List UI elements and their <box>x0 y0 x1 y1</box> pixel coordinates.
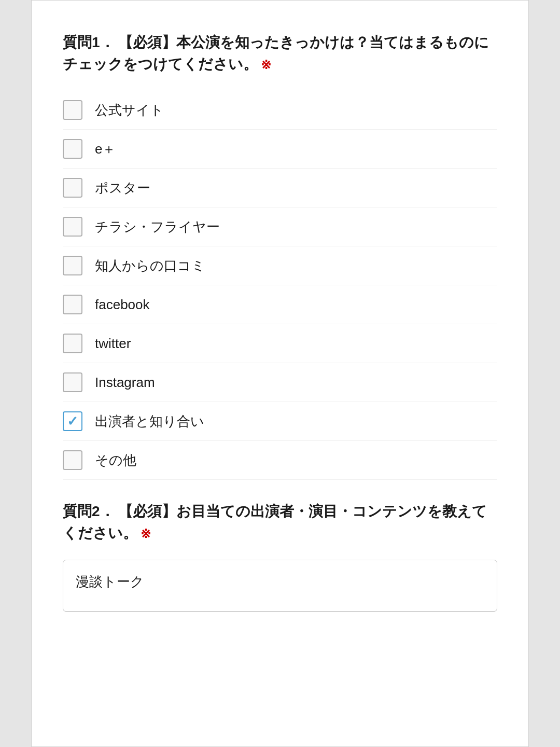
question2-required-prefix: 【必須】 <box>118 503 176 519</box>
question2-required-mark: ※ <box>141 527 151 541</box>
list-item[interactable]: チラシ・フライヤー <box>63 208 497 246</box>
checkmark-icon: ✓ <box>67 414 78 428</box>
question2-title: 質問2． 【必須】お目当ての出演者・演目・コンテンツを教えてください。※ <box>63 501 497 544</box>
checkbox-box: ✓ <box>63 411 82 431</box>
checkbox-label: 出演者と知り合い <box>95 412 204 431</box>
question2-label: 質問2． <box>63 503 115 519</box>
checkbox-list-question1: 公式サイトe＋ポスターチラシ・フライヤー知人からの口コミfacebooktwit… <box>63 91 497 480</box>
list-item[interactable]: e＋ <box>63 130 497 169</box>
question1-required-mark: ※ <box>261 58 271 72</box>
question1-label: 質問1． <box>63 34 115 50</box>
question1-required-prefix: 【必須】 <box>118 34 176 50</box>
list-item[interactable]: Instagram <box>63 363 497 402</box>
checkbox-label: e＋ <box>95 140 116 158</box>
checkbox-label: facebook <box>95 297 150 313</box>
question2-answer-text: 漫談トーク <box>76 574 144 589</box>
list-item[interactable]: twitter <box>63 324 497 363</box>
list-item[interactable]: ✓出演者と知り合い <box>63 402 497 441</box>
question1-block: 質問1． 【必須】本公演を知ったきっかけは？当てはまるものにチェックをつけてくだ… <box>63 32 497 480</box>
checkbox-box <box>63 256 82 275</box>
list-item[interactable]: その他 <box>63 441 497 480</box>
checkbox-label: ポスター <box>95 179 150 197</box>
checkbox-label: Instagram <box>95 375 155 391</box>
list-item[interactable]: ポスター <box>63 169 497 208</box>
checkbox-box <box>63 178 82 198</box>
checkbox-label: twitter <box>95 336 131 352</box>
question1-title: 質問1． 【必須】本公演を知ったきっかけは？当てはまるものにチェックをつけてくだ… <box>63 32 497 75</box>
checkbox-box <box>63 139 82 159</box>
list-item[interactable]: facebook <box>63 285 497 324</box>
checkbox-label: 知人からの口コミ <box>95 257 205 275</box>
question2-block: 質問2． 【必須】お目当ての出演者・演目・コンテンツを教えてください。※ 漫談ト… <box>63 501 497 612</box>
list-item[interactable]: 公式サイト <box>63 91 497 130</box>
checkbox-label: その他 <box>95 451 136 469</box>
checkbox-label: 公式サイト <box>95 101 164 119</box>
checkbox-box <box>63 334 82 353</box>
checkbox-box <box>63 295 82 314</box>
checkbox-box <box>63 217 82 237</box>
checkbox-label: チラシ・フライヤー <box>95 218 220 236</box>
checkbox-box <box>63 100 82 120</box>
checkbox-box <box>63 372 82 392</box>
question2-answer-box[interactable]: 漫談トーク <box>63 560 497 612</box>
checkbox-box <box>63 450 82 470</box>
list-item[interactable]: 知人からの口コミ <box>63 246 497 285</box>
page-container: 質問1． 【必須】本公演を知ったきっかけは？当てはまるものにチェックをつけてくだ… <box>31 0 529 747</box>
